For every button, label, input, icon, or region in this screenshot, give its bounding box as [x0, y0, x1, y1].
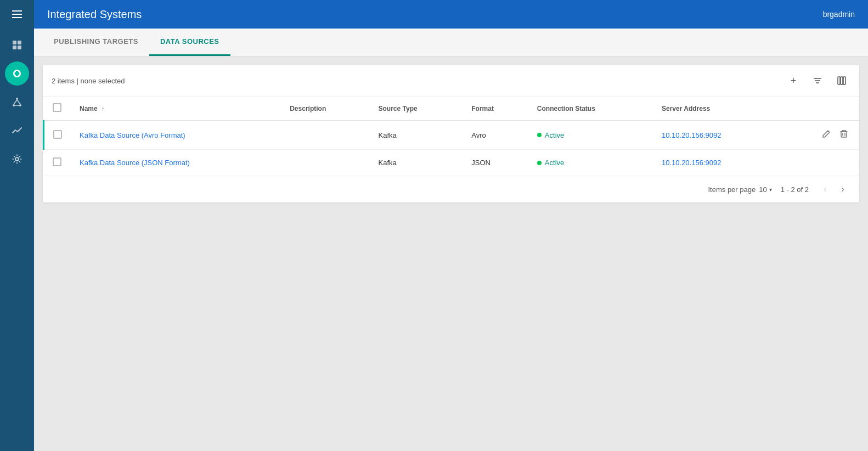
row-2-name[interactable]: Kafka Data Source (JSON Format) [71, 150, 281, 176]
svg-point-4 [16, 98, 18, 100]
svg-rect-15 [841, 77, 843, 84]
filter-button[interactable] [809, 72, 826, 89]
row-2-source-type: Kafka [370, 150, 463, 176]
select-all-header[interactable] [44, 97, 71, 121]
sort-asc-icon: ↑ [102, 105, 105, 112]
column-header-connection-status[interactable]: Connection Status [528, 97, 653, 121]
app-header: Integrated Systems brgadmin [34, 0, 868, 29]
tabs-bar: PUBLISHING TARGETS DATA SOURCES [34, 29, 868, 57]
add-button[interactable]: + [785, 72, 802, 89]
data-table: Name ↑ Description Source Type Format [43, 97, 859, 176]
hamburger-icon [12, 10, 22, 18]
row-1-checkbox-cell[interactable] [44, 121, 71, 150]
menu-toggle[interactable] [0, 0, 34, 29]
tab-publishing-targets[interactable]: PUBLISHING TARGETS [43, 29, 149, 56]
row-1-actions [780, 121, 859, 150]
sidebar-item-settings[interactable] [5, 147, 29, 171]
select-all-checkbox[interactable] [53, 103, 61, 112]
table-container: 2 items | none selected + [43, 65, 859, 202]
content-area: PUBLISHING TARGETS DATA SOURCES 2 items … [34, 29, 868, 451]
svg-line-7 [14, 100, 17, 104]
row-2-checkbox[interactable] [53, 157, 61, 166]
filter-icon [813, 76, 822, 86]
sidebar-item-sync[interactable] [5, 61, 29, 86]
row-2-server-address: 10.10.20.156:9092 [653, 150, 780, 176]
next-page-button[interactable]: › [835, 182, 850, 197]
column-header-description[interactable]: Description [281, 97, 369, 121]
columns-button[interactable] [833, 72, 850, 89]
svg-rect-2 [13, 46, 16, 49]
pagination-navigation: ‹ › [818, 182, 850, 197]
row-2-status-text: Active [545, 159, 564, 167]
items-per-page-label: Items per page [708, 185, 756, 194]
table-row: Kafka Data Source (JSON Format) Kafka JS… [44, 150, 860, 176]
row-1-connection-status: Active [528, 121, 653, 150]
svg-rect-0 [13, 41, 16, 44]
per-page-dropdown-icon: ▾ [769, 187, 772, 193]
row-1-status-text: Active [545, 131, 564, 139]
row-1-checkbox[interactable] [53, 130, 62, 139]
row-1-status-dot [537, 133, 542, 137]
row-1-format: Avro [463, 121, 528, 150]
column-header-source-type[interactable]: Source Type [370, 97, 463, 121]
row-1-server-address: 10.10.20.156:9092 [653, 121, 780, 150]
row-2-connection-status: Active [528, 150, 653, 176]
add-icon: + [791, 75, 797, 87]
row-2-description [281, 150, 369, 176]
table-toolbar: 2 items | none selected + [43, 65, 859, 97]
column-header-server-address[interactable]: Server Address [653, 97, 780, 121]
sidebar-item-datagrid[interactable] [5, 33, 29, 57]
row-1-delete-button[interactable] [837, 128, 850, 142]
column-header-name[interactable]: Name ↑ [71, 97, 281, 121]
svg-point-10 [15, 157, 19, 161]
svg-rect-3 [18, 46, 21, 49]
selection-info: 2 items | none selected [52, 77, 125, 85]
per-page-selector[interactable]: 10 ▾ [759, 185, 771, 194]
row-1-edit-button[interactable] [820, 128, 833, 142]
page-title: Integrated Systems [47, 8, 142, 21]
svg-rect-14 [838, 77, 840, 84]
tab-data-sources[interactable]: DATA SOURCES [149, 29, 230, 56]
pagination-bar: Items per page 10 ▾ 1 - 2 of 2 ‹ › [43, 176, 859, 202]
per-page-value: 10 [759, 185, 766, 194]
toolbar-actions: + [785, 72, 850, 89]
row-1-source-type: Kafka [370, 121, 463, 150]
svg-rect-1 [18, 41, 21, 44]
row-1-name[interactable]: Kafka Data Source (Avro Format) [71, 121, 281, 150]
svg-rect-16 [843, 77, 846, 84]
row-2-actions [780, 150, 859, 176]
svg-line-8 [17, 100, 20, 104]
main-area: Integrated Systems brgadmin PUBLISHING T… [34, 0, 868, 451]
sidebar-item-nodes[interactable] [5, 90, 29, 114]
row-2-checkbox-cell[interactable] [44, 150, 71, 176]
items-per-page-control: Items per page 10 ▾ [708, 185, 772, 194]
row-1-action-buttons [788, 128, 850, 142]
row-1-description [281, 121, 369, 150]
sidebar [0, 0, 34, 451]
table-row: Kafka Data Source (Avro Format) Kafka Av… [44, 121, 860, 150]
columns-icon [837, 76, 847, 86]
pagination-range: 1 - 2 of 2 [781, 185, 809, 194]
svg-rect-17 [841, 132, 847, 137]
row-2-status-cell: Active [537, 159, 644, 167]
delete-icon [839, 129, 848, 138]
table-header-row: Name ↑ Description Source Type Format [44, 97, 860, 121]
row-1-status-cell: Active [537, 131, 644, 139]
sidebar-nav [0, 29, 34, 171]
column-header-format[interactable]: Format [463, 97, 528, 121]
sidebar-item-analytics[interactable] [5, 119, 29, 143]
prev-page-button[interactable]: ‹ [818, 182, 833, 197]
row-2-format: JSON [463, 150, 528, 176]
row-2-status-dot [537, 161, 542, 165]
username-display: brgadmin [823, 10, 855, 19]
column-header-actions [780, 97, 859, 121]
edit-icon [822, 129, 831, 138]
